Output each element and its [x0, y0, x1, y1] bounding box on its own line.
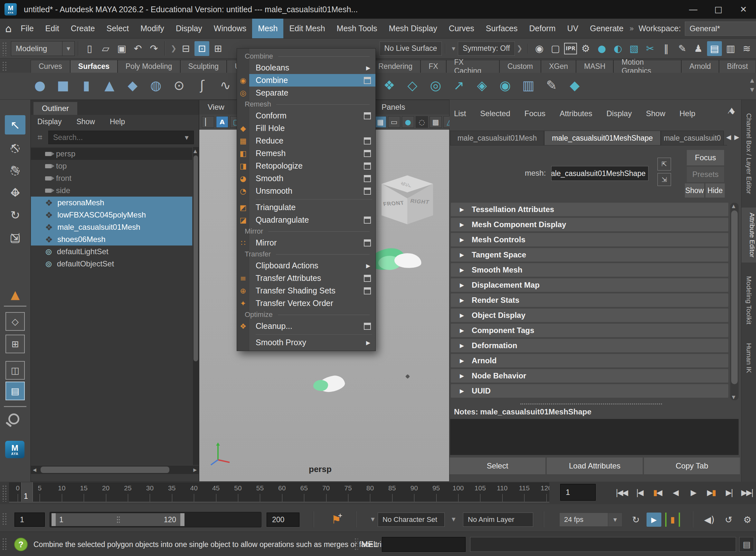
range-slider[interactable]: 1 120: [50, 512, 261, 527]
option-box-icon[interactable]: [364, 275, 371, 282]
dock-tab-human-ik[interactable]: Human IK: [745, 338, 753, 378]
time-slider-grip[interactable]: [1, 484, 6, 501]
select-by-component-icon[interactable]: ⊞: [210, 41, 225, 56]
shelf-tab-custom[interactable]: Custom: [499, 60, 541, 73]
output-connection-icon[interactable]: ⇲: [657, 173, 671, 186]
loft-icon[interactable]: ❖: [380, 76, 399, 95]
menu-item-smooth-proxy[interactable]: Smooth Proxy▶: [237, 336, 375, 349]
menu-edit[interactable]: Edit: [40, 19, 65, 38]
mel-command-input[interactable]: [382, 537, 466, 552]
option-box-icon[interactable]: [364, 323, 371, 330]
mesh-name-field[interactable]: male_casualsuit01MeshShape: [551, 166, 649, 181]
outliner-search-input[interactable]: [48, 131, 194, 144]
viewport-panels-menu[interactable]: Panels: [382, 103, 405, 112]
section-render-stats[interactable]: ▶Render Stats: [451, 293, 728, 307]
animation-end-field[interactable]: 200: [267, 513, 299, 527]
menu-uv[interactable]: UV: [561, 19, 584, 38]
range-drag-grip[interactable]: [117, 516, 120, 524]
menu-set-selector[interactable]: Modeling ▼: [11, 41, 75, 56]
ae-menu-help[interactable]: Help: [679, 109, 695, 118]
presets-button[interactable]: Presets: [687, 167, 724, 182]
time-sync-icon[interactable]: ↺: [721, 513, 736, 527]
menu-modify[interactable]: Modify: [135, 19, 170, 38]
attribute-spreadsheet-icon[interactable]: ▥: [723, 41, 738, 56]
extrude-icon[interactable]: ↗: [450, 76, 468, 95]
render-icon[interactable]: ◉: [532, 41, 547, 56]
section-node-behavior[interactable]: ▶Node Behavior: [451, 369, 728, 383]
section-smooth-mesh[interactable]: ▶Smooth Mesh: [451, 263, 728, 277]
copy-tab-button[interactable]: Copy Tab: [644, 457, 740, 474]
move-tool[interactable]: ↔↕: [5, 183, 26, 202]
minimize-button[interactable]: —: [681, 0, 706, 19]
cv-curve-icon[interactable]: ʃ: [193, 76, 211, 95]
light-editor-icon[interactable]: ◐: [611, 41, 625, 56]
search-magnifier-icon[interactable]: [8, 413, 19, 424]
grid-display-button[interactable]: ▦: [374, 116, 386, 128]
auto-keyframe-icon[interactable]: ▮: [665, 513, 680, 527]
two-pane-layout-button[interactable]: ◫: [5, 361, 25, 380]
attribute-editor-scrollbar[interactable]: ▲ ▼: [730, 203, 738, 400]
option-box-icon[interactable]: [364, 112, 371, 119]
range-end-handle[interactable]: [180, 513, 185, 526]
menu-deform[interactable]: Deform: [524, 19, 561, 38]
modeling-toolkit-icon[interactable]: ≋: [739, 41, 754, 56]
menu-item-booleans[interactable]: Booleans▶: [237, 62, 375, 74]
section-deformation[interactable]: ▶Deformation: [451, 339, 728, 352]
option-box-icon[interactable]: [364, 163, 371, 170]
rotate-tool[interactable]: ↻: [5, 205, 26, 224]
option-box-icon[interactable]: [364, 216, 371, 223]
nurbs-cone-icon[interactable]: ▲: [100, 76, 119, 95]
outliner-menu-help[interactable]: Help: [110, 117, 125, 126]
home-icon[interactable]: ⌂: [5, 23, 11, 35]
option-box-icon[interactable]: [364, 187, 371, 195]
nurbs-torus-icon[interactable]: ◍: [146, 76, 165, 95]
redo-icon[interactable]: ↷: [146, 41, 161, 56]
menu-mesh-display[interactable]: Mesh Display: [383, 19, 443, 38]
nurbs-cylinder-icon[interactable]: ▮: [77, 76, 96, 95]
anim-layer-field[interactable]: No Anim Layer: [463, 513, 533, 527]
paint-select-tool[interactable]: ◌✎: [5, 160, 26, 179]
step-forward-frame-button[interactable]: ▶|: [721, 484, 737, 501]
option-box-icon[interactable]: [364, 287, 371, 294]
menu-file[interactable]: File: [15, 19, 39, 38]
outliner-persp-layout-button[interactable]: ▤: [5, 382, 25, 400]
trim-icon[interactable]: ✎: [542, 76, 561, 95]
section-tangent-space[interactable]: ▶Tangent Space: [451, 248, 728, 262]
step-back-frame-button[interactable]: |◀: [631, 484, 648, 501]
scrollbar-thumb[interactable]: [731, 210, 738, 384]
command-result-field[interactable]: [470, 537, 736, 552]
field-chart-button[interactable]: ▩: [429, 116, 442, 128]
shelf-tab-poly-modeling[interactable]: Poly Modeling: [118, 60, 180, 73]
collapse-chevron-icon[interactable]: ❯: [171, 44, 176, 53]
expand-arrow-icon[interactable]: ▶: [460, 327, 464, 334]
anim-layer-menu-icon[interactable]: ▼: [452, 516, 456, 522]
menu-item-smooth[interactable]: ◕Smooth: [237, 172, 375, 185]
menu-item-separate[interactable]: ◎Separate: [237, 86, 375, 99]
mel-label[interactable]: MEL: [361, 540, 378, 549]
shelf-tab-xgen[interactable]: XGen: [541, 60, 576, 73]
input-connection-icon[interactable]: ⇱: [657, 158, 671, 171]
revolve-icon[interactable]: ⊙: [170, 76, 188, 95]
section-uuid[interactable]: ▶UUID: [451, 384, 728, 398]
expand-arrow-icon[interactable]: ▶: [460, 312, 464, 318]
nurbs-cube-icon[interactable]: ■: [54, 76, 72, 95]
hide-button[interactable]: Hide: [705, 183, 725, 198]
menu-item-transfer-vertex-order[interactable]: ✦Transfer Vertex Order: [237, 297, 375, 310]
camera-attributes-icon[interactable]: A: [216, 116, 228, 128]
ae-menu-attributes[interactable]: Attributes: [560, 109, 592, 118]
menu-edit-mesh[interactable]: Edit Mesh: [283, 19, 331, 38]
grease-pencil-icon[interactable]: ✎: [675, 41, 690, 56]
outliner-menu-display[interactable]: Display: [37, 117, 62, 126]
shelf-tab-rendering[interactable]: Rendering: [370, 60, 421, 73]
new-scene-icon[interactable]: ▯: [82, 41, 97, 56]
mesh-fragment[interactable]: [369, 246, 422, 275]
revolve-surface-icon[interactable]: ◎: [426, 76, 445, 95]
untrim-icon[interactable]: ◆: [565, 76, 584, 95]
menu-windows[interactable]: Windows: [208, 19, 252, 38]
section-object-display[interactable]: ▶Object Display: [451, 309, 728, 322]
section-component-tags[interactable]: ▶Component Tags: [451, 324, 728, 337]
live-surface-field[interactable]: No Live Surface: [380, 41, 442, 56]
show-button[interactable]: Show: [685, 183, 704, 198]
animation-preferences-icon[interactable]: ⚙: [740, 513, 755, 527]
outliner-item-defaultobjectset[interactable]: ⊚defaultObjectSet: [31, 258, 192, 270]
